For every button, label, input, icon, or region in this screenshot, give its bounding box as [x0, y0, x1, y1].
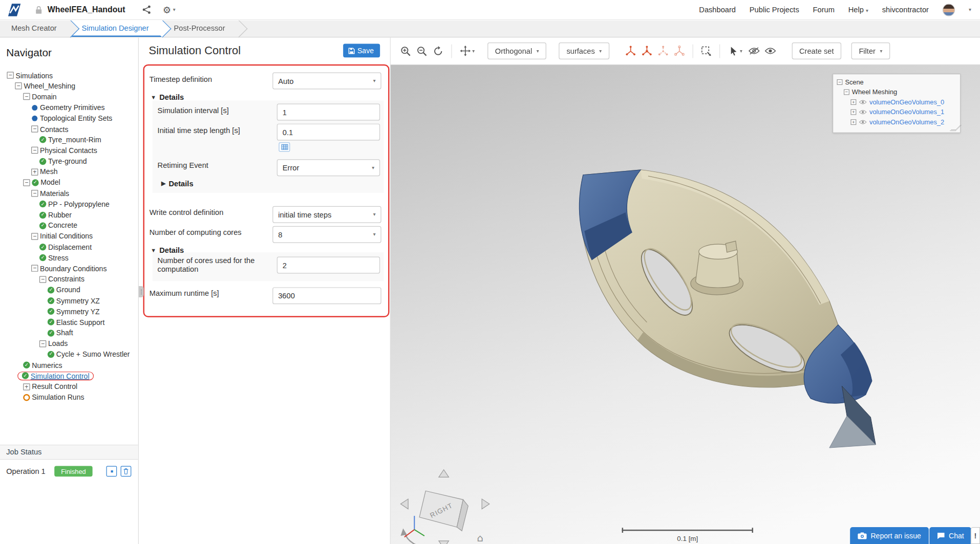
settings-gear-button[interactable]: ⚙ ▾ — [163, 4, 176, 15]
scene-volume-row[interactable]: + volumeOnGeoVolumes_1 — [837, 107, 956, 117]
table-input-button[interactable] — [279, 142, 290, 151]
collapse-toggle-icon[interactable]: − — [23, 179, 30, 186]
save-button[interactable]: Save — [343, 43, 380, 57]
tree-item-result-control[interactable]: +Result Control — [0, 381, 138, 392]
tree-item-boundary-conditions[interactable]: −Boundary Conditions — [0, 263, 138, 274]
tree-item-rubber[interactable]: ✓Rubber — [0, 209, 138, 220]
nav-help-menu[interactable]: Help ▾ — [848, 5, 868, 14]
max-runtime-input[interactable] — [272, 287, 381, 304]
tree-item-loads[interactable]: −Loads — [0, 338, 138, 349]
chat-button[interactable]: Chat — [929, 527, 971, 544]
tree-item-physical-contacts[interactable]: −Physical Contacts — [0, 145, 138, 156]
tree-item-model[interactable]: −✓Model — [0, 177, 138, 188]
filter-dropdown[interactable]: Filter ▾ — [851, 42, 890, 59]
tree-item-simulation-runs[interactable]: Simulation Runs — [0, 392, 138, 403]
collapse-toggle-icon[interactable]: − — [23, 93, 30, 100]
initial-time-step-field[interactable] — [283, 128, 374, 137]
details-toggle-timestep[interactable]: ▼ Details — [151, 93, 184, 102]
max-runtime-field[interactable] — [278, 291, 375, 300]
tree-item-wheel-meshing[interactable]: −Wheel_Meshing — [0, 81, 138, 92]
tree-item-stress[interactable]: ✓Stress — [0, 252, 138, 263]
delete-job-button[interactable] — [121, 466, 132, 476]
render-mode-dropdown[interactable]: surfaces ▾ — [559, 42, 609, 59]
tree-item-ground[interactable]: ✓Ground — [0, 285, 138, 295]
tree-item-materials[interactable]: −Materials — [0, 188, 138, 199]
tree-item-constraints[interactable]: −Constraints — [0, 274, 138, 285]
rotate-up-arrow[interactable] — [439, 470, 449, 477]
collapse-toggle-icon[interactable]: − — [39, 340, 46, 347]
visibility-eye-icon[interactable] — [859, 109, 867, 115]
tree-item-symmetry-xz[interactable]: ✓Symmetry XZ — [0, 295, 138, 306]
chevron-down-icon[interactable]: ▾ — [969, 7, 971, 12]
tree-item-tyre-ground[interactable]: ✓Tyre-ground — [0, 156, 138, 166]
tree-item-tyre-mount-rim[interactable]: ✓Tyre_mount-Rim — [0, 135, 138, 145]
scene-group-row[interactable]: − Wheel Meshing — [837, 87, 956, 97]
orientation-plane-icon[interactable] — [639, 43, 654, 58]
collapse-toggle-icon[interactable]: − — [31, 190, 38, 197]
initial-time-step-input[interactable] — [277, 124, 380, 141]
tree-item-geometry-primitives[interactable]: Geometry Primitives — [0, 102, 138, 113]
show-all-eye-icon[interactable] — [763, 43, 778, 58]
expand-toggle-icon[interactable]: + — [31, 168, 38, 175]
tree-item-concrete[interactable]: ✓Concrete — [0, 220, 138, 231]
expand-toggle-icon[interactable]: + — [23, 383, 30, 390]
tab-post-processor[interactable]: Post-Processor — [162, 20, 239, 37]
orientation-plane-icon[interactable] — [623, 43, 638, 58]
tree-item-cycle-sumo-wrestler[interactable]: ✓Cycle + Sumo Wrestler — [0, 349, 138, 360]
tree-item-numerics[interactable]: ✓Numerics — [0, 360, 138, 371]
reset-view-button[interactable] — [431, 43, 445, 58]
cores-used-input[interactable] — [277, 257, 380, 274]
tree-item-simulation-control[interactable]: ✓Simulation Control — [0, 371, 138, 381]
expand-toggle-icon[interactable]: + — [850, 109, 856, 115]
rotate-gesture-arrow[interactable] — [404, 532, 427, 544]
report-issue-button[interactable]: Report an issue — [850, 527, 928, 544]
cores-used-field[interactable] — [283, 261, 374, 270]
rotate-down-arrow[interactable] — [439, 541, 449, 544]
scene-volume-label[interactable]: volumeOnGeoVolumes_1 — [869, 108, 944, 116]
simscale-logo[interactable] — [6, 2, 23, 18]
pan-tool-button[interactable]: ▾ — [458, 43, 478, 58]
details-toggle-retiming[interactable]: ▶ Details — [161, 179, 194, 188]
collapse-toggle-icon[interactable]: − — [837, 79, 843, 84]
tree-item-initial-conditions[interactable]: −Initial Conditions — [0, 231, 138, 242]
create-set-button[interactable]: Create set — [792, 42, 841, 59]
3d-canvas[interactable]: − Scene − Wheel Meshing + volumeOnGeoVol… — [391, 65, 980, 544]
write-control-dropdown[interactable]: initial time steps ▾ — [272, 206, 381, 223]
nav-forum-link[interactable]: Forum — [813, 5, 835, 14]
tree-item-shaft[interactable]: ✓Shaft — [0, 328, 138, 338]
tree-item-elastic-support[interactable]: ✓Elastic Support — [0, 317, 138, 328]
tree-item-mesh[interactable]: +Mesh — [0, 166, 138, 177]
notification-exclamation-button[interactable]: ! — [971, 527, 980, 544]
visibility-eye-icon[interactable] — [859, 119, 867, 124]
tree-item-domain[interactable]: −Domain — [0, 92, 138, 102]
tree-item-contacts[interactable]: −Contacts — [0, 124, 138, 135]
collapse-toggle-icon[interactable]: − — [31, 125, 38, 132]
rotate-right-arrow[interactable] — [482, 499, 489, 509]
expand-toggle-icon[interactable]: + — [850, 99, 856, 104]
collapse-toggle-icon[interactable]: − — [31, 265, 38, 272]
user-avatar[interactable] — [943, 4, 955, 16]
collapse-toggle-icon[interactable]: − — [7, 72, 13, 78]
tree-item-displacement[interactable]: ✓Displacement — [0, 242, 138, 252]
rotate-left-arrow[interactable] — [400, 499, 408, 509]
select-cursor-button[interactable]: ▾ — [726, 43, 745, 58]
timestep-definition-dropdown[interactable]: Auto ▾ — [272, 73, 381, 90]
scene-volume-row[interactable]: + volumeOnGeoVolumes_0 — [837, 97, 956, 107]
collapse-toggle-icon[interactable]: − — [31, 233, 38, 240]
details-toggle-cores[interactable]: ▼ Details — [151, 246, 184, 255]
view-navigation-cube[interactable]: RIGHT ⌂ — [398, 468, 492, 544]
orientation-plane-icon[interactable] — [655, 43, 670, 58]
zoom-out-button[interactable] — [414, 43, 429, 58]
expand-toggle-icon[interactable]: + — [850, 119, 856, 124]
panel-splitter-handle[interactable]: ⋮ — [139, 286, 144, 297]
tab-mesh-creator[interactable]: Mesh Creator — [0, 20, 71, 37]
computing-cores-dropdown[interactable]: 8 ▾ — [272, 226, 381, 243]
collapse-toggle-icon[interactable]: − — [31, 147, 38, 154]
tree-item-simulations[interactable]: −Simulations — [0, 70, 138, 81]
box-select-button[interactable] — [698, 43, 713, 58]
tree-item-pp-polypropylene[interactable]: ✓PP - Polypropylene — [0, 199, 138, 209]
scene-root-row[interactable]: − Scene — [837, 77, 956, 87]
simulation-interval-input[interactable] — [277, 104, 380, 121]
nav-dashboard-link[interactable]: Dashboard — [699, 5, 736, 14]
collapse-toggle-icon[interactable]: − — [844, 89, 849, 95]
